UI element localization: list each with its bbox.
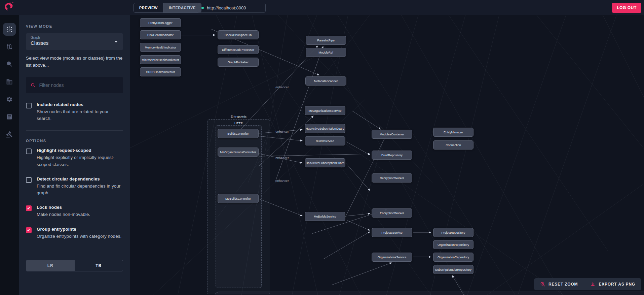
option-desc: Show nodes that are related to your sear… xyxy=(37,108,123,122)
checkbox[interactable] xyxy=(26,149,32,154)
view-mode-header: VIEW MODE xyxy=(26,24,123,28)
graph-canvas[interactable]: EntrypointsHTTPPrettyErrorLoggerDiskHeal… xyxy=(130,15,644,295)
rail-settings-button[interactable] xyxy=(3,93,16,106)
graph-node[interactable]: MeOrganizationsService xyxy=(305,106,345,115)
graph-node[interactable]: HasActiveSubscriptionGuard xyxy=(305,124,345,133)
options-header: OPTIONS xyxy=(26,139,123,143)
rail-graph-view-button[interactable] xyxy=(3,23,16,36)
graph-node[interactable]: Connection xyxy=(433,140,473,150)
modules-icon xyxy=(6,78,13,85)
option-text: Include related nodesShow nodes that are… xyxy=(37,102,123,122)
option-title: Highlight request-scoped xyxy=(37,148,123,153)
graph-node[interactable]: DiskHealthIndicator xyxy=(140,30,181,39)
rail-docs-button[interactable] xyxy=(3,110,16,123)
search-icon xyxy=(31,83,35,88)
option-text: Group entrypointsOrganize entrypoints wi… xyxy=(37,227,121,240)
graph-node[interactable]: MeBuildsController xyxy=(218,194,259,203)
direction-toggle: LR TB xyxy=(26,260,123,271)
option-text: Detect circular dependenciesFind and fix… xyxy=(37,176,123,197)
graph-node[interactable]: DecryptionWorker xyxy=(372,173,412,183)
edge-label: enhancer xyxy=(275,156,289,160)
graph-node[interactable]: MicroserviceHealthIndicator xyxy=(140,55,181,64)
option-title: Group entrypoints xyxy=(37,227,121,232)
status-dot xyxy=(201,7,204,9)
graph-node[interactable]: SubscriptionSlotRepository xyxy=(433,265,473,274)
download-icon xyxy=(590,282,596,287)
option-highlight-request-scoped: Highlight request-scopedHighlight explic… xyxy=(26,148,123,168)
graph-node[interactable]: EntityManager xyxy=(433,128,473,137)
graph-node[interactable]: ModuleRef xyxy=(306,48,346,57)
checkbox[interactable]: ✓ xyxy=(26,205,32,211)
filter-input[interactable] xyxy=(39,83,118,88)
gavel-icon xyxy=(6,131,13,138)
rail-inspect-button[interactable] xyxy=(3,58,16,70)
graph-node[interactable]: ModulesContainer xyxy=(372,130,412,139)
graph-select-value: Classes xyxy=(31,40,118,46)
url-field[interactable]: http://localhost:8000 xyxy=(197,3,266,13)
graph-node[interactable]: MeBuildsService xyxy=(305,212,345,221)
edge-label: enhancer xyxy=(275,85,289,89)
view-mode-description: Select view mode (modules or classes) fr… xyxy=(26,55,123,69)
canvas-toolbar: RESET ZOOM EXPORT AS PNG xyxy=(534,278,641,290)
rail-gavel-button[interactable] xyxy=(3,128,16,141)
direction-lr-button[interactable]: LR xyxy=(26,260,75,271)
option-group-entrypoints: ✓Group entrypointsOrganize entrypoints w… xyxy=(26,227,123,240)
rail-routes-button[interactable] xyxy=(3,40,16,53)
rail-modules-button[interactable] xyxy=(3,75,16,88)
reset-zoom-label: RESET ZOOM xyxy=(548,282,578,287)
nestjs-logo xyxy=(3,1,15,13)
option-title: Lock nodes xyxy=(37,205,90,210)
graph-node[interactable]: HasActiveSubscriptionGuard xyxy=(305,158,345,167)
graph-node[interactable]: BuildsController xyxy=(218,129,259,138)
option-desc: Find and fix circular dependencies in yo… xyxy=(37,183,123,197)
graph-node[interactable]: ProjectsService xyxy=(372,228,412,237)
group-label: Entrypoints xyxy=(231,114,247,118)
filter-box xyxy=(26,77,123,93)
inspect-icon xyxy=(6,61,13,67)
option-detect-circular-dependencies: Detect circular dependenciesFind and fix… xyxy=(26,176,123,197)
checkbox[interactable]: ✓ xyxy=(26,227,32,233)
checkbox[interactable] xyxy=(26,103,32,108)
graph-node[interactable]: OrganizationRepository xyxy=(433,240,473,249)
graph-node[interactable]: GraphPublisher xyxy=(218,58,259,67)
checkbox[interactable] xyxy=(26,177,32,183)
tab-preview[interactable]: PREVIEW xyxy=(134,3,163,12)
docs-icon xyxy=(6,113,13,120)
group-label: HTTP xyxy=(234,121,243,125)
chevron-down-icon xyxy=(114,41,118,43)
export-png-button[interactable]: EXPORT AS PNG xyxy=(584,278,641,290)
graph-node[interactable]: DifferenceJobProcessor xyxy=(218,45,259,54)
option-lock-nodes: ✓Lock nodesMake nodes non-movable. xyxy=(26,205,123,218)
graph-node[interactable]: ProjectRepository xyxy=(433,228,473,237)
edge-label: enhancer xyxy=(275,179,289,183)
preview-mode-toggle: PREVIEW INTERACTIVE xyxy=(134,3,201,13)
graph-node[interactable]: BuildsService xyxy=(305,136,345,145)
graph-node[interactable]: MeOrganizationsController xyxy=(218,148,259,157)
graph-node[interactable]: GRPCHealthIndicator xyxy=(140,67,181,76)
graph-select-label: Graph xyxy=(31,36,118,39)
graph-node[interactable]: PrettyErrorLogger xyxy=(140,18,181,27)
route-icon xyxy=(6,43,13,50)
logout-button[interactable]: LOG OUT xyxy=(612,3,641,13)
tab-interactive[interactable]: INTERACTIVE xyxy=(163,3,201,12)
option-desc: Make nodes non-movable. xyxy=(37,211,90,218)
option-desc: Organize entrypoints with category nodes… xyxy=(37,233,121,240)
side-panel: VIEW MODE Graph Classes Select view mode… xyxy=(19,15,130,295)
graph-select[interactable]: Graph Classes xyxy=(26,33,123,50)
graph-node[interactable]: BuildRepository xyxy=(372,151,412,160)
graph-node[interactable]: EncryptionWorker xyxy=(372,208,412,218)
graph-node[interactable]: MemoryHealthIndicator xyxy=(140,43,181,52)
graph-node[interactable]: CheckDiskSpaceLib xyxy=(218,30,259,39)
direction-tb-button[interactable]: TB xyxy=(75,260,123,271)
graph-node[interactable]: MetadataScanner xyxy=(305,76,346,86)
icon-rail xyxy=(0,15,19,295)
option-text: Lock nodesMake nodes non-movable. xyxy=(37,205,90,218)
option-title: Detect circular dependencies xyxy=(37,176,123,182)
graph-node[interactable]: OrganizationsService xyxy=(372,253,412,262)
reset-zoom-button[interactable]: RESET ZOOM xyxy=(534,278,584,290)
option-text: Highlight request-scopedHighlight explic… xyxy=(37,148,123,168)
graph-node[interactable]: ParseIntPipe xyxy=(306,36,346,45)
graph-node[interactable]: OrganizationRepository xyxy=(433,253,473,262)
url-text: http://localhost:8000 xyxy=(207,5,246,10)
divider xyxy=(26,130,123,131)
